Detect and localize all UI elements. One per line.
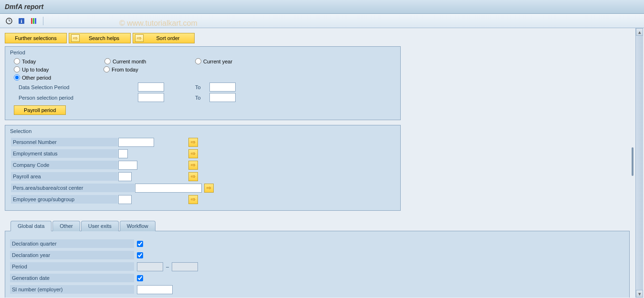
pers-area-label: Pers.area/subarea/cost center bbox=[11, 184, 135, 192]
payroll-area-row: Payroll area ⇨ bbox=[10, 171, 395, 182]
employee-group-label: Employee group/subgroup bbox=[11, 195, 118, 204]
personnel-number-label: Personnel Number bbox=[11, 138, 118, 146]
search-helps-button[interactable]: ⇨ Search helps bbox=[69, 33, 131, 43]
arrow-right-icon: ⇨ bbox=[71, 34, 80, 42]
radio-row-2: Up to today From today bbox=[10, 66, 395, 72]
period-from-input bbox=[137, 262, 163, 271]
further-selections-button[interactable]: Further selections bbox=[5, 33, 67, 43]
company-code-input[interactable] bbox=[118, 161, 137, 170]
generation-date-label: Generation date bbox=[10, 274, 134, 282]
multi-select-icon[interactable]: ⇨ bbox=[188, 161, 198, 170]
employee-group-row: Employee group/subgroup ⇨ bbox=[10, 194, 395, 205]
svg-rect-7 bbox=[35, 18, 36, 24]
period-row: Period – bbox=[10, 261, 624, 272]
toolbar-separator bbox=[43, 17, 43, 25]
company-code-label: Company Code bbox=[11, 161, 118, 169]
si-number-input[interactable] bbox=[137, 285, 173, 294]
multi-select-icon[interactable]: ⇨ bbox=[188, 138, 198, 147]
tab-strip: Global data Other User exits Workflow bbox=[5, 220, 630, 231]
personnel-number-row: Personnel Number ⇨ bbox=[10, 137, 395, 147]
declaration-quarter-row: Declaration quarter bbox=[10, 238, 624, 249]
selection-group-title: Selection bbox=[10, 128, 395, 134]
content-area: Further selections ⇨ Search helps ⇨ Sort… bbox=[0, 28, 644, 298]
si-number-label: SI number (employer) bbox=[10, 285, 134, 294]
period-label: Period bbox=[10, 262, 134, 271]
to-label: To bbox=[195, 95, 205, 101]
title-bar: DmfA report bbox=[0, 0, 644, 14]
selection-group: Selection Personnel Number ⇨ Employment … bbox=[5, 125, 401, 211]
scroll-marker[interactable] bbox=[632, 147, 634, 176]
employment-status-label: Employment status bbox=[11, 149, 118, 158]
person-selection-label: Person selection period bbox=[19, 95, 138, 101]
sort-order-button[interactable]: ⇨ Sort order bbox=[133, 33, 195, 43]
vertical-scrollbar[interactable]: ▴ ▾ bbox=[635, 28, 643, 298]
pers-area-input[interactable] bbox=[135, 184, 202, 193]
declaration-year-label: Declaration year bbox=[10, 251, 134, 259]
svg-text:i: i bbox=[21, 18, 22, 24]
declaration-year-checkbox[interactable] bbox=[137, 252, 143, 258]
tab-global-data[interactable]: Global data bbox=[10, 221, 52, 231]
company-code-row: Company Code ⇨ bbox=[10, 160, 395, 170]
tabs-container: Global data Other User exits Workflow De… bbox=[5, 220, 630, 298]
svg-rect-6 bbox=[33, 18, 34, 24]
data-selection-row: Data Selection Period To bbox=[10, 82, 395, 92]
data-selection-to-input[interactable] bbox=[209, 82, 236, 92]
employment-status-row: Employment status ⇨ bbox=[10, 148, 395, 159]
person-selection-row: Person selection period To bbox=[10, 93, 395, 102]
employee-group-input[interactable] bbox=[118, 195, 132, 204]
declaration-year-row: Declaration year bbox=[10, 250, 624, 260]
payroll-area-input[interactable] bbox=[118, 172, 132, 181]
radio-up-to-today[interactable]: Up to today bbox=[14, 66, 66, 72]
multi-select-icon[interactable]: ⇨ bbox=[188, 172, 198, 181]
declaration-quarter-label: Declaration quarter bbox=[10, 239, 134, 248]
employment-status-input[interactable] bbox=[118, 149, 128, 158]
period-group-title: Period bbox=[10, 50, 395, 55]
execute-icon[interactable] bbox=[5, 17, 13, 25]
payroll-period-button[interactable]: Payroll period bbox=[14, 105, 66, 115]
radio-current-month[interactable]: Current month bbox=[104, 58, 157, 64]
radio-current-year[interactable]: Current year bbox=[195, 58, 248, 64]
period-to-input bbox=[172, 262, 198, 271]
scroll-up-icon[interactable]: ▴ bbox=[636, 28, 643, 36]
si-number-row: SI number (employer) bbox=[10, 284, 624, 295]
radio-row-1: Today Current month Current year bbox=[10, 58, 395, 64]
period-group: Period Today Current month Current year … bbox=[5, 46, 401, 120]
dash: – bbox=[166, 264, 169, 269]
tab-user-exits[interactable]: User exits bbox=[81, 221, 119, 231]
multi-select-icon[interactable]: ⇨ bbox=[188, 149, 198, 158]
declaration-quarter-checkbox[interactable] bbox=[137, 241, 143, 247]
pers-area-row: Pers.area/subarea/cost center ⇨ bbox=[10, 183, 395, 193]
multi-select-icon[interactable]: ⇨ bbox=[188, 195, 198, 204]
data-selection-from-input[interactable] bbox=[138, 82, 164, 92]
person-selection-to-input[interactable] bbox=[209, 93, 236, 102]
payroll-area-label: Payroll area bbox=[11, 172, 118, 181]
generation-date-row: Generation date bbox=[10, 273, 624, 283]
person-selection-from-input[interactable] bbox=[138, 93, 164, 102]
tab-workflow[interactable]: Workflow bbox=[120, 221, 156, 231]
to-label: To bbox=[195, 84, 205, 90]
tab-other[interactable]: Other bbox=[52, 221, 80, 231]
top-button-row: Further selections ⇨ Search helps ⇨ Sort… bbox=[5, 33, 639, 43]
radio-today[interactable]: Today bbox=[14, 58, 66, 64]
radio-other-period[interactable]: Other period bbox=[14, 74, 395, 81]
info-icon[interactable]: i bbox=[17, 17, 26, 25]
radio-from-today[interactable]: From today bbox=[104, 66, 156, 72]
color-bars-icon[interactable] bbox=[30, 17, 38, 25]
svg-rect-5 bbox=[31, 18, 32, 24]
scroll-down-icon[interactable]: ▾ bbox=[636, 290, 643, 298]
page-title: DmfA report bbox=[5, 3, 43, 10]
multi-select-icon[interactable]: ⇨ bbox=[204, 184, 214, 193]
generation-date-checkbox[interactable] bbox=[137, 275, 143, 281]
arrow-right-icon: ⇨ bbox=[135, 34, 144, 42]
data-selection-label: Data Selection Period bbox=[19, 84, 138, 90]
personnel-number-input[interactable] bbox=[118, 138, 154, 147]
toolbar: i bbox=[0, 14, 644, 28]
tab-body: Declaration quarter Declaration year Per… bbox=[5, 231, 630, 298]
